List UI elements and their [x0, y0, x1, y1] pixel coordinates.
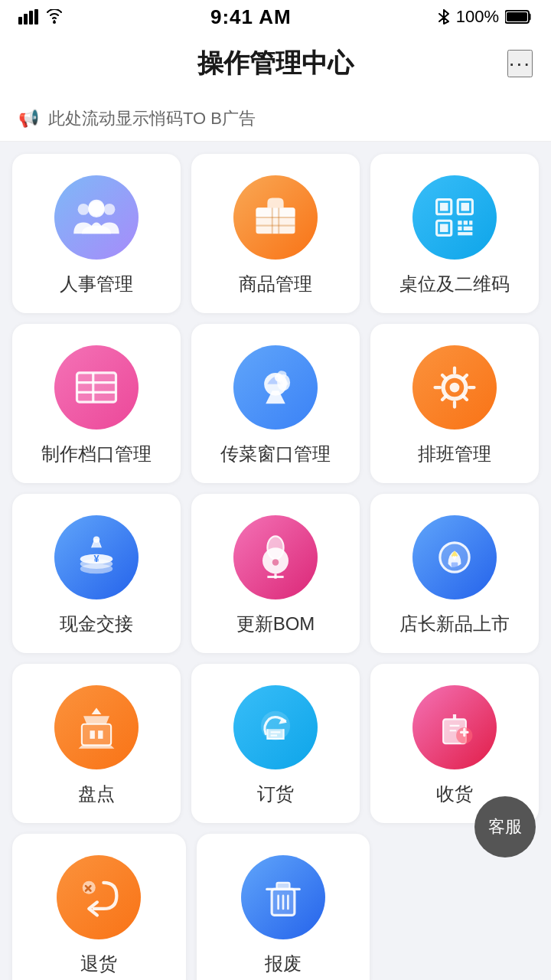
wifi-icon — [44, 9, 64, 24]
grid-item-waste[interactable]: 报废 — [197, 834, 370, 980]
svg-rect-51 — [82, 724, 111, 746]
goods-label: 商品管理 — [239, 272, 312, 296]
order-label: 订货 — [257, 782, 294, 806]
svg-point-42 — [93, 536, 100, 543]
svg-point-4 — [53, 21, 56, 24]
svg-rect-64 — [277, 883, 290, 890]
svg-rect-52 — [90, 730, 95, 739]
svg-rect-27 — [464, 227, 473, 230]
goods-icon — [249, 191, 302, 243]
newitem-icon-circle: ♥ — [412, 515, 497, 599]
pass-icon-circle — [233, 345, 318, 430]
svg-point-47 — [272, 559, 279, 566]
svg-text:¥: ¥ — [93, 553, 99, 564]
page-header: 操作管理中心 ··· — [0, 34, 551, 96]
svg-point-10 — [88, 201, 104, 217]
svg-rect-22 — [440, 224, 448, 233]
status-bar: 9:41 AM 100% — [0, 0, 551, 34]
svg-point-8 — [78, 204, 90, 215]
grid-container: 人事管理 商品管理 — [0, 142, 551, 980]
status-right: 100% — [438, 7, 533, 27]
svg-text:♥: ♥ — [452, 553, 457, 562]
hr-label: 人事管理 — [60, 272, 133, 296]
signal-area — [18, 9, 64, 24]
inventory-label: 盘点 — [78, 782, 115, 806]
signal-icon — [18, 9, 40, 24]
bom-label: 更新BOM — [236, 612, 315, 636]
newitem-label: 店长新品上市 — [399, 612, 510, 636]
svg-rect-28 — [458, 232, 472, 235]
svg-rect-25 — [469, 220, 472, 224]
page-title: 操作管理中心 — [197, 46, 354, 81]
svg-rect-29 — [77, 373, 116, 402]
bom-icon-circle — [233, 515, 318, 599]
grid-row-1: 人事管理 商品管理 — [12, 154, 539, 313]
svg-point-37 — [450, 383, 460, 393]
svg-rect-20 — [461, 203, 470, 211]
grid-item-pass[interactable]: 传菜窗口管理 — [191, 324, 360, 483]
grid-item-shift[interactable]: 排班管理 — [370, 324, 539, 483]
hr-icon-circle — [54, 175, 139, 260]
more-button[interactable]: ··· — [507, 50, 533, 77]
svg-rect-49 — [452, 562, 458, 567]
banner: 📢 此处流动显示悄码TO B广告 — [0, 96, 551, 142]
waste-label: 报废 — [265, 952, 302, 976]
grid-row-2: 制作档口管理 传菜窗口管理 — [12, 324, 539, 483]
svg-rect-53 — [98, 730, 103, 739]
svg-rect-3 — [34, 9, 38, 24]
svg-rect-24 — [464, 220, 468, 224]
svg-rect-1 — [24, 14, 28, 24]
cash-icon-circle: ¥ — [54, 515, 139, 599]
receive-icon — [429, 701, 481, 753]
svg-rect-23 — [458, 220, 461, 224]
svg-rect-26 — [458, 227, 461, 230]
waste-icon-circle — [241, 855, 325, 939]
station-icon-circle — [54, 345, 139, 430]
table-qr-icon — [429, 191, 481, 243]
receive-label: 收货 — [436, 782, 473, 806]
grid-row-3: ¥ 现金交接 更新BOM — [12, 494, 539, 653]
grid-item-station[interactable]: 制作档口管理 — [12, 324, 181, 483]
grid-item-return[interactable]: 退货 — [12, 834, 186, 980]
grid-row-5: 退货 报废 — [12, 834, 539, 980]
cash-icon: ¥ — [70, 531, 122, 583]
speaker-icon: 📢 — [18, 109, 39, 129]
return-label: 退货 — [80, 952, 117, 976]
grid-item-bom[interactable]: 更新BOM — [191, 494, 360, 653]
inventory-icon — [70, 701, 122, 753]
return-icon-circle — [57, 855, 141, 939]
grid-item-hr[interactable]: 人事管理 — [12, 154, 181, 313]
table-icon-circle — [412, 175, 497, 260]
svg-rect-0 — [18, 17, 22, 24]
grid-item-order[interactable]: 订货 — [191, 664, 360, 823]
inventory-icon-circle — [54, 685, 139, 769]
bom-icon — [249, 531, 302, 583]
station-icon — [70, 361, 122, 413]
shift-icon — [429, 361, 481, 413]
battery-label: 100% — [456, 7, 499, 27]
svg-point-9 — [104, 204, 116, 215]
grid-item-goods[interactable]: 商品管理 — [191, 154, 360, 313]
svg-rect-6 — [507, 12, 527, 21]
shift-icon-circle — [412, 345, 497, 430]
table-label: 桌位及二维码 — [399, 272, 510, 296]
svg-rect-2 — [29, 11, 33, 24]
station-label: 制作档口管理 — [41, 442, 152, 466]
battery-icon — [505, 9, 533, 24]
return-icon — [73, 871, 125, 923]
grid-item-inventory[interactable]: 盘点 — [12, 664, 181, 823]
newitem-icon: ♥ — [429, 531, 481, 583]
grid-item-newitem[interactable]: ♥ 店长新品上市 — [370, 494, 539, 653]
order-icon-circle — [233, 685, 318, 769]
status-time: 9:41 AM — [210, 5, 292, 29]
grid-item-table[interactable]: 桌位及二维码 — [370, 154, 539, 313]
waste-icon — [257, 871, 309, 923]
receive-icon-circle — [412, 685, 497, 769]
grid-item-cash[interactable]: ¥ 现金交接 — [12, 494, 181, 653]
pass-icon — [249, 361, 302, 413]
bluetooth-icon — [438, 8, 450, 25]
svg-rect-18 — [440, 203, 448, 211]
svg-rect-12 — [256, 207, 295, 217]
customer-service-button[interactable]: 客服 — [474, 796, 536, 858]
cash-label: 现金交接 — [60, 612, 133, 636]
